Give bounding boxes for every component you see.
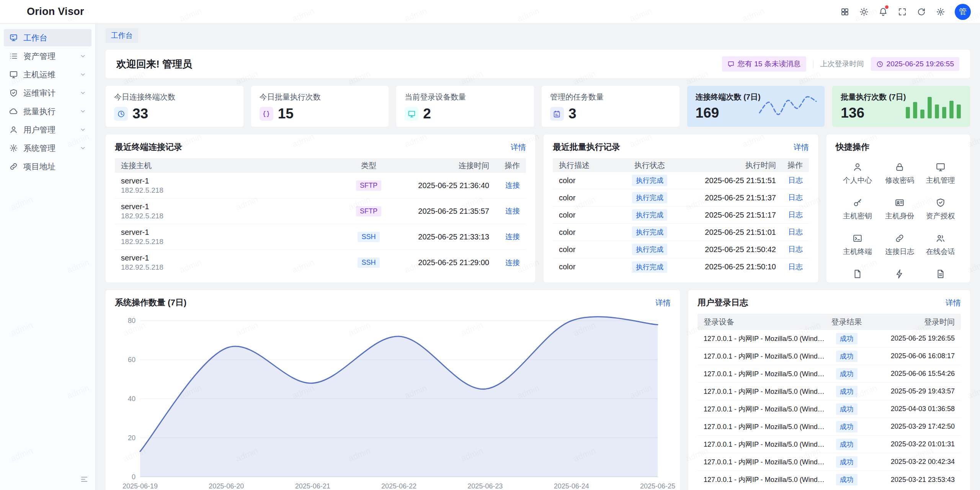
sidebar-item[interactable]: 系统管理 [4,139,91,157]
connect-link[interactable]: 连接 [505,207,520,215]
quick-action[interactable]: 个人中心 [836,162,879,185]
table-row: 127.0.0.1 - 内网IP - Mozilla/5.0 (Windows … [697,436,961,453]
exec-description: color [559,245,619,254]
recent-executions-panel: 最近批量执行记录 详情 执行描述 执行状态 执行时间 操作 color [544,134,818,282]
quick-action-icon [853,269,862,279]
connect-link[interactable]: 连接 [505,233,520,241]
exec-description: color [559,211,619,220]
middle-row: 最近终端连接记录 详情 连接主机 类型 连接时间 操作 [106,134,970,282]
divider [813,60,813,68]
sidebar-item[interactable]: 用户管理 [4,121,91,138]
table-row: server-1 182.92.5.218 SSH 2025-06-25 21:… [115,250,526,275]
stat-card: 当前登录设备数量 2 [396,86,534,127]
exec-status-badge: 执行完成 [632,192,667,203]
stat-card: 今日连接终端次数 33 [106,86,243,127]
stat-card: 今日批量执行次数 15 [251,86,389,127]
stat-card-terminal-7d: 连接终端次数 (7日) 169 [687,86,825,127]
quick-action-icon [853,198,862,208]
login-logs-table-body: 127.0.0.1 - 内网IP - Mozilla/5.0 (Windows … [697,330,961,490]
sidebar-item-icon [9,33,18,42]
login-time: 2025-06-06 16:08:17 [869,352,955,360]
sidebar-item-label: 用户管理 [23,125,74,135]
refresh-icon[interactable] [913,4,929,20]
sidebar-item[interactable]: 项目地址 [4,158,91,175]
quick-action-icon [895,198,905,208]
login-device: 127.0.0.1 - 内网IP - Mozilla/5.0 (Windows … [704,457,825,467]
quick-action[interactable]: 修改密码 [879,162,920,185]
theme-icon[interactable] [856,4,872,20]
login-result-badge: 成功 [836,421,858,433]
stat-card: 管理的任务数量 3 [542,86,679,127]
login-logs-panel: 用户登录日志 详情 登录设备 登录结果 登录时间 127.0.0.1 - 内网I… [688,290,970,490]
recent-connections-panel: 最近终端连接记录 详情 连接主机 类型 连接时间 操作 [106,134,535,282]
sidebar-item[interactable]: 批量执行 [4,103,91,120]
log-link[interactable]: 日志 [788,193,803,202]
quick-action[interactable]: 连接日志 [879,233,920,257]
connections-detail-link[interactable]: 详情 [511,142,526,152]
sidebar-item[interactable]: 主机运维 [4,66,91,83]
connect-link[interactable]: 连接 [505,259,520,267]
quick-action-icon [936,162,946,172]
stat-value: 15 [278,106,294,122]
login-time: 2025-04-03 01:36:58 [869,405,955,413]
apps-icon[interactable] [837,4,853,20]
table-row: 127.0.0.1 - 内网IP - Mozilla/5.0 (Windows … [697,330,961,347]
exec-time: 2025-06-25 21:51:01 [680,228,776,237]
quick-action[interactable]: 文件操作日志 [836,269,879,282]
sidebar-item-label: 系统管理 [23,143,74,154]
orion-visor-logo [9,6,22,18]
sidebar-collapse-icon[interactable] [78,473,91,486]
welcome-right: 您有 15 条未读消息 上次登录时间 2025-06-25 19:26:55 [722,56,959,72]
svg-text:2025-06-21: 2025-06-21 [295,482,330,490]
message-icon [727,61,735,68]
quick-action[interactable]: 主机终端 [836,233,879,257]
unread-messages-chip[interactable]: 您有 15 条未读消息 [722,56,806,72]
sidebar-item[interactable]: 运维审计 [4,84,91,102]
system-ops-detail-link[interactable]: 详情 [655,298,671,308]
connect-link[interactable]: 连接 [505,181,520,189]
executions-detail-link[interactable]: 详情 [794,142,809,152]
quick-action[interactable]: 命令执行 [879,269,920,282]
panel-title: 最近批量执行记录 [553,141,620,153]
quick-actions-panel: 快捷操作 个人中心 修改密码 [826,134,970,282]
settings-gear-icon[interactable] [933,4,949,20]
login-result-badge: 成功 [836,456,858,468]
sidebar-item-icon [9,125,18,134]
main-content: 工作台 欢迎回来! 管理员 您有 15 条未读消息 上次登录时间 2025-06… [96,24,980,490]
executions-table-body: color 执行完成 2025-06-25 21:51:51 日志 color … [553,172,809,275]
svg-text:40: 40 [128,395,136,403]
quick-action[interactable]: 主机管理 [920,162,961,185]
sidebar-item[interactable]: 资产管理 [4,48,91,65]
table-row: color 执行完成 2025-06-25 21:51:37 日志 [553,189,809,206]
sidebar-item[interactable]: 工作台 [4,29,91,46]
log-link[interactable]: 日志 [788,263,803,271]
notifications-bell-icon[interactable] [875,4,891,20]
login-time: 2025-03-22 00:42:34 [869,458,955,466]
quick-action-label: 资产授权 [926,211,955,221]
chevron-down-icon [80,108,86,115]
table-row: color 执行完成 2025-06-25 21:51:17 日志 [553,206,809,224]
log-link[interactable]: 日志 [788,176,803,184]
sidebar-item-label: 批量执行 [23,106,74,117]
breadcrumb-workbench[interactable]: 工作台 [106,28,138,43]
quick-action[interactable]: 在线会话 [920,233,961,257]
protocol-badge: SSH [358,257,379,268]
protocol-badge: SSH [358,232,379,242]
table-row: 127.0.0.1 - 内网IP - Mozilla/5.0 (Windows … [697,471,961,488]
fullscreen-icon[interactable] [894,4,910,20]
quick-action[interactable]: 执行日志 [920,269,961,282]
login-logs-detail-link[interactable]: 详情 [946,298,961,308]
log-link[interactable]: 日志 [788,228,803,236]
chevron-down-icon [80,90,86,96]
area-chart: 0204060802025-06-192025-06-202025-06-212… [115,314,671,490]
user-avatar[interactable]: 管 [955,4,971,20]
log-link[interactable]: 日志 [788,211,803,219]
login-result-badge: 成功 [836,368,858,380]
quick-action[interactable]: 主机身份 [879,198,920,221]
log-link[interactable]: 日志 [788,245,803,253]
quick-action[interactable]: 资产授权 [920,198,961,221]
sidebar-item-label: 项目地址 [23,161,74,172]
stat-icon [260,107,273,121]
quick-action[interactable]: 主机密钥 [836,198,879,221]
exec-time: 2025-06-25 21:50:10 [680,262,776,271]
